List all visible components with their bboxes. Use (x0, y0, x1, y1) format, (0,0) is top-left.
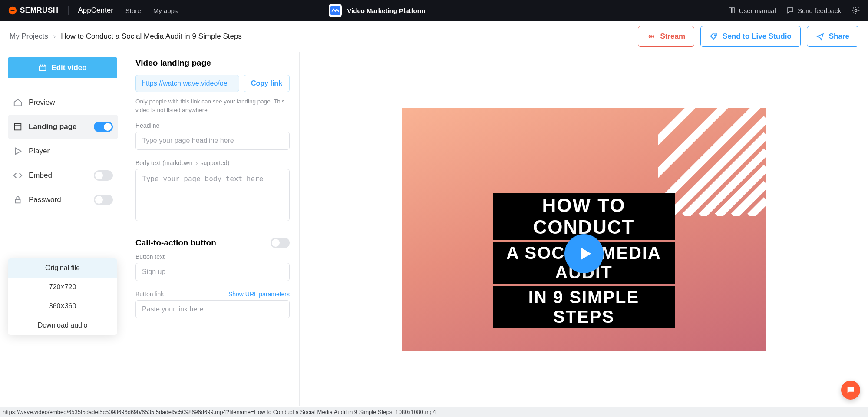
lock-icon (13, 195, 23, 205)
app-badge (329, 4, 342, 17)
button-text-input[interactable] (135, 263, 290, 281)
password-toggle[interactable] (94, 195, 113, 205)
book-icon (728, 7, 736, 14)
nav-myapps[interactable]: My apps (153, 7, 178, 14)
sidebar-item-player[interactable]: Player (8, 139, 118, 163)
code-icon (13, 171, 23, 180)
sidebar-item-landing-page[interactable]: Landing page (8, 115, 118, 139)
svg-point-2 (855, 10, 857, 12)
user-manual-link[interactable]: User manual (728, 7, 776, 14)
popup-download-audio[interactable]: Download audio (8, 316, 117, 335)
download-popup-menu: Original file 720×720 360×360 Download a… (8, 258, 117, 335)
svg-point-3 (651, 36, 653, 37)
share-label: Share (829, 32, 849, 41)
main-content: Edit video Preview Landing page Player E… (0, 52, 868, 406)
user-manual-label: User manual (739, 7, 776, 14)
home-icon (13, 98, 23, 107)
headline-input[interactable] (135, 132, 290, 150)
popup-360[interactable]: 360×360 (8, 297, 117, 316)
svg-rect-5 (15, 124, 21, 130)
section-title-landing: Video landing page (135, 58, 290, 68)
sidebar-item-preview[interactable]: Preview (8, 90, 118, 115)
page-icon (13, 122, 23, 132)
breadcrumb-bar: My Projects › How to Conduct a Social Me… (0, 21, 868, 52)
gear-icon (851, 6, 860, 15)
sidebar-item-label: Player (29, 147, 50, 156)
right-links: User manual Send feedback (728, 6, 860, 15)
chat-icon (846, 385, 855, 395)
body-label: Body text (markdown is supported) (135, 159, 290, 166)
edit-video-label: Edit video (51, 63, 86, 72)
wave-icon (330, 6, 340, 15)
nav-store[interactable]: Store (125, 7, 141, 14)
semrush-logo-icon (8, 6, 17, 15)
app-title: Video Marketing Platform (347, 7, 426, 14)
sidebar: Edit video Preview Landing page Player E… (0, 52, 126, 406)
embed-toggle[interactable] (94, 170, 113, 181)
landing-url[interactable]: https://watch.wave.video/oe (135, 75, 239, 92)
send-feedback-link[interactable]: Send feedback (786, 7, 841, 14)
button-link-input[interactable] (135, 300, 290, 318)
page-title: How to Conduct a Social Media Audit in 9… (61, 32, 242, 41)
cta-title: Call-to-action button (135, 238, 216, 248)
sidebar-item-label: Preview (29, 98, 55, 107)
send-live-label: Send to Live Studio (723, 32, 792, 41)
head-buttons: Stream Send to Live Studio Share (638, 26, 858, 47)
brand: SEMRUSH AppCenter (8, 6, 113, 15)
video-preview: HOW TO CONDUCT A SOCIAL MEDIA AUDIT IN 9… (402, 108, 766, 351)
send-live-button[interactable]: Send to Live Studio (700, 26, 801, 47)
sidebar-item-password[interactable]: Password (8, 188, 118, 212)
divider (68, 6, 69, 15)
sidebar-item-embed[interactable]: Embed (8, 163, 118, 188)
video-title-line3: IN 9 SIMPLE STEPS (493, 286, 675, 328)
broadcast-icon (647, 32, 656, 41)
stream-button[interactable]: Stream (638, 26, 694, 47)
share-button[interactable]: Share (807, 26, 858, 47)
svg-rect-8 (16, 199, 20, 203)
send-feedback-label: Send feedback (798, 7, 841, 14)
headline-label: Headline (135, 122, 290, 129)
feedback-icon (786, 7, 794, 14)
tag-icon (710, 32, 718, 41)
edit-video-button[interactable]: Edit video (8, 57, 117, 78)
center-area: Video Marketing Platform (329, 4, 426, 17)
svg-marker-18 (581, 248, 591, 259)
button-link-label: Button link (135, 291, 164, 298)
topbar: SEMRUSH AppCenter Store My apps Video Ma… (0, 0, 868, 21)
popup-720[interactable]: 720×720 (8, 278, 117, 297)
landing-page-toggle[interactable] (94, 122, 113, 132)
cta-header: Call-to-action button (135, 238, 290, 248)
sidebar-item-label: Password (29, 195, 61, 204)
link-hint: Only people with this link can see your … (135, 97, 290, 115)
breadcrumb-root[interactable]: My Projects (10, 32, 48, 41)
cta-toggle[interactable] (271, 238, 290, 248)
show-url-parameters-link[interactable]: Show URL parameters (228, 291, 290, 298)
button-link-label-row: Button link Show URL parameters (135, 291, 290, 300)
preview-panel: HOW TO CONDUCT A SOCIAL MEDIA AUDIT IN 9… (300, 52, 868, 406)
brand-name: SEMRUSH (20, 6, 59, 15)
form-panel: Video landing page https://watch.wave.vi… (126, 52, 300, 406)
play-button[interactable] (564, 234, 604, 273)
stream-label: Stream (660, 32, 685, 41)
settings-button[interactable] (851, 6, 860, 15)
button-text-label: Button text (135, 253, 290, 260)
sidebar-item-label: Embed (29, 171, 52, 180)
video-title-line1: HOW TO CONDUCT (493, 193, 675, 240)
svg-marker-7 (16, 148, 21, 155)
url-row: https://watch.wave.video/oe Copy link (135, 75, 290, 92)
share-icon (816, 32, 825, 41)
brand-logo[interactable]: SEMRUSH (8, 6, 59, 15)
sidebar-item-label: Landing page (29, 122, 77, 131)
chevron-right-icon: › (53, 33, 56, 40)
play-triangle-icon (578, 246, 593, 261)
appcenter-label[interactable]: AppCenter (78, 6, 113, 15)
play-icon (13, 146, 23, 156)
svg-point-4 (714, 35, 716, 36)
clapper-icon (38, 63, 47, 72)
popup-original-file[interactable]: Original file (8, 258, 117, 278)
body-input[interactable] (135, 169, 290, 221)
chat-bubble[interactable] (841, 381, 860, 400)
copy-link-button[interactable]: Copy link (244, 75, 290, 92)
